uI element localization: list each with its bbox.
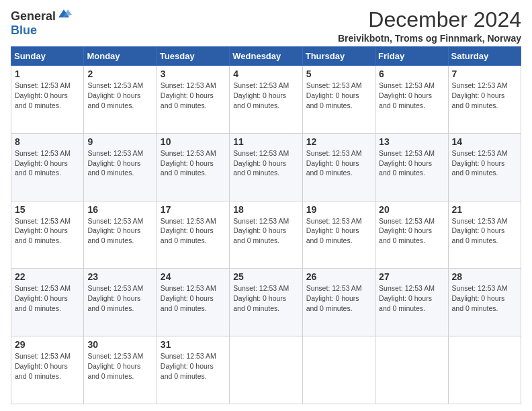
table-row: 2Sunset: 12:53 AM Daylight: 0 hours and … — [84, 66, 157, 134]
day-info: Sunset: 12:53 AM Daylight: 0 hours and 0… — [379, 283, 444, 313]
table-row — [448, 336, 521, 404]
calendar-table: Sunday Monday Tuesday Wednesday Thursday… — [11, 46, 521, 404]
table-row: 29Sunset: 12:53 AM Daylight: 0 hours and… — [11, 336, 84, 404]
calendar-week-row: 29Sunset: 12:53 AM Daylight: 0 hours and… — [11, 336, 521, 404]
day-info: Sunset: 12:53 AM Daylight: 0 hours and 0… — [233, 148, 298, 178]
table-row: 11Sunset: 12:53 AM Daylight: 0 hours and… — [230, 133, 302, 201]
calendar-week-row: 8Sunset: 12:53 AM Daylight: 0 hours and … — [11, 133, 521, 201]
day-info: Sunset: 12:53 AM Daylight: 0 hours and 0… — [233, 216, 298, 246]
day-info: Sunset: 12:53 AM Daylight: 0 hours and 0… — [87, 81, 152, 110]
day-info: Sunset: 12:53 AM Daylight: 0 hours and 0… — [379, 148, 444, 178]
day-number: 14 — [452, 136, 517, 147]
page: General Blue December 2024 Breivikbotn, … — [0, 0, 532, 411]
day-info: Sunset: 12:53 AM Daylight: 0 hours and 0… — [15, 283, 80, 313]
table-row: 30Sunset: 12:53 AM Daylight: 0 hours and… — [84, 336, 157, 404]
day-number: 28 — [452, 271, 517, 282]
day-info: Sunset: 12:53 AM Daylight: 0 hours and 0… — [306, 81, 371, 110]
day-number: 13 — [379, 136, 444, 147]
day-number: 16 — [87, 204, 152, 215]
table-row — [302, 336, 375, 404]
table-row: 23Sunset: 12:53 AM Daylight: 0 hours and… — [84, 269, 157, 336]
col-thursday: Thursday — [302, 47, 375, 66]
table-row: 22Sunset: 12:53 AM Daylight: 0 hours and… — [11, 269, 84, 336]
day-number: 22 — [15, 271, 80, 282]
calendar-week-row: 22Sunset: 12:53 AM Daylight: 0 hours and… — [11, 269, 521, 336]
table-row: 6Sunset: 12:53 AM Daylight: 0 hours and … — [375, 66, 448, 134]
month-year: December 2024 — [338, 8, 521, 32]
table-row: 9Sunset: 12:53 AM Daylight: 0 hours and … — [84, 133, 157, 201]
table-row: 25Sunset: 12:53 AM Daylight: 0 hours and… — [230, 269, 302, 336]
day-info: Sunset: 12:53 AM Daylight: 0 hours and 0… — [15, 81, 80, 110]
day-number: 24 — [161, 271, 226, 282]
day-number: 11 — [233, 136, 298, 147]
day-info: Sunset: 12:53 AM Daylight: 0 hours and 0… — [379, 81, 444, 110]
day-info: Sunset: 12:53 AM Daylight: 0 hours and 0… — [233, 283, 298, 313]
logo-icon — [56, 8, 72, 20]
day-number: 5 — [306, 68, 371, 79]
day-info: Sunset: 12:53 AM Daylight: 0 hours and 0… — [306, 148, 371, 178]
day-info: Sunset: 12:53 AM Daylight: 0 hours and 0… — [15, 216, 80, 246]
day-number: 27 — [379, 271, 444, 282]
day-info: Sunset: 12:53 AM Daylight: 0 hours and 0… — [87, 351, 152, 381]
table-row: 10Sunset: 12:53 AM Daylight: 0 hours and… — [157, 133, 229, 201]
table-row: 3Sunset: 12:53 AM Daylight: 0 hours and … — [157, 66, 229, 134]
calendar-header-row: Sunday Monday Tuesday Wednesday Thursday… — [11, 47, 521, 66]
day-number: 29 — [15, 339, 80, 350]
day-info: Sunset: 12:53 AM Daylight: 0 hours and 0… — [15, 351, 80, 381]
table-row: 13Sunset: 12:53 AM Daylight: 0 hours and… — [375, 133, 448, 201]
table-row: 18Sunset: 12:53 AM Daylight: 0 hours and… — [230, 201, 302, 269]
day-number: 18 — [233, 204, 298, 215]
day-number: 10 — [161, 136, 226, 147]
day-number: 30 — [87, 339, 152, 350]
day-info: Sunset: 12:53 AM Daylight: 0 hours and 0… — [379, 216, 444, 246]
col-sunday: Sunday — [11, 47, 84, 66]
day-number: 7 — [452, 68, 517, 79]
day-info: Sunset: 12:53 AM Daylight: 0 hours and 0… — [161, 148, 226, 178]
day-number: 12 — [306, 136, 371, 147]
calendar-week-row: 15Sunset: 12:53 AM Daylight: 0 hours and… — [11, 201, 521, 269]
day-number: 6 — [379, 68, 444, 79]
day-info: Sunset: 12:53 AM Daylight: 0 hours and 0… — [233, 81, 298, 110]
table-row: 19Sunset: 12:53 AM Daylight: 0 hours and… — [302, 201, 375, 269]
table-row: 28Sunset: 12:53 AM Daylight: 0 hours and… — [448, 269, 521, 336]
day-info: Sunset: 12:53 AM Daylight: 0 hours and 0… — [306, 283, 371, 313]
day-number: 15 — [15, 204, 80, 215]
day-number: 9 — [87, 136, 152, 147]
table-row: 14Sunset: 12:53 AM Daylight: 0 hours and… — [448, 133, 521, 201]
day-number: 19 — [306, 204, 371, 215]
day-number: 3 — [161, 68, 226, 79]
table-row: 16Sunset: 12:53 AM Daylight: 0 hours and… — [84, 201, 157, 269]
day-info: Sunset: 12:53 AM Daylight: 0 hours and 0… — [161, 351, 226, 381]
day-info: Sunset: 12:53 AM Daylight: 0 hours and 0… — [161, 216, 226, 246]
table-row: 4Sunset: 12:53 AM Daylight: 0 hours and … — [230, 66, 302, 134]
col-saturday: Saturday — [448, 47, 521, 66]
col-friday: Friday — [375, 47, 448, 66]
day-number: 23 — [87, 271, 152, 282]
header-row: General Blue December 2024 Breivikbotn, … — [11, 8, 521, 44]
day-number: 2 — [87, 68, 152, 79]
col-monday: Monday — [84, 47, 157, 66]
day-number: 25 — [233, 271, 298, 282]
col-tuesday: Tuesday — [157, 47, 229, 66]
day-info: Sunset: 12:53 AM Daylight: 0 hours and 0… — [452, 216, 517, 246]
day-info: Sunset: 12:53 AM Daylight: 0 hours and 0… — [452, 283, 517, 313]
table-row: 5Sunset: 12:53 AM Daylight: 0 hours and … — [302, 66, 375, 134]
calendar-week-row: 1Sunset: 12:53 AM Daylight: 0 hours and … — [11, 66, 521, 134]
table-row: 27Sunset: 12:53 AM Daylight: 0 hours and… — [375, 269, 448, 336]
day-info: Sunset: 12:53 AM Daylight: 0 hours and 0… — [161, 283, 226, 313]
table-row: 21Sunset: 12:53 AM Daylight: 0 hours and… — [448, 201, 521, 269]
day-number: 21 — [452, 204, 517, 215]
day-number: 8 — [15, 136, 80, 147]
logo-text: General Blue — [11, 8, 72, 38]
table-row: 15Sunset: 12:53 AM Daylight: 0 hours and… — [11, 201, 84, 269]
day-number: 4 — [233, 68, 298, 79]
day-info: Sunset: 12:53 AM Daylight: 0 hours and 0… — [15, 148, 80, 178]
table-row — [230, 336, 302, 404]
day-info: Sunset: 12:53 AM Daylight: 0 hours and 0… — [87, 216, 152, 246]
day-number: 20 — [379, 204, 444, 215]
title-block: December 2024 Breivikbotn, Troms og Finn… — [338, 8, 521, 44]
location: Breivikbotn, Troms og Finnmark, Norway — [338, 33, 521, 44]
table-row: 24Sunset: 12:53 AM Daylight: 0 hours and… — [157, 269, 229, 336]
table-row: 26Sunset: 12:53 AM Daylight: 0 hours and… — [302, 269, 375, 336]
table-row: 7Sunset: 12:53 AM Daylight: 0 hours and … — [448, 66, 521, 134]
